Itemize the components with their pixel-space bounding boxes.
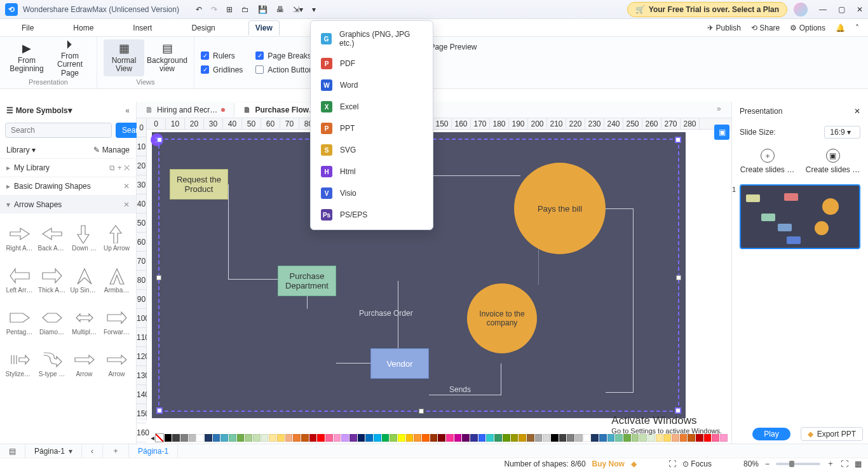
color-swatch[interactable] — [543, 434, 550, 442]
color-swatch[interactable] — [317, 434, 325, 442]
color-swatch[interactable] — [591, 434, 599, 442]
category-arrow-shapes[interactable]: ▾Arrow Shapes✕ — [0, 195, 136, 214]
color-swatch[interactable] — [688, 434, 695, 442]
color-swatch[interactable] — [382, 434, 390, 442]
page-tab-1[interactable]: Página-1 — [129, 445, 178, 458]
color-swatch[interactable] — [180, 434, 188, 442]
notifications-icon[interactable]: 🔔 — [836, 24, 845, 32]
slide-thumbnail[interactable]: 1 — [740, 184, 860, 249]
color-swatch[interactable] — [511, 434, 519, 442]
color-swatch[interactable] — [663, 434, 671, 442]
color-swatch[interactable] — [253, 434, 261, 442]
node-purchase-department[interactable]: Purchase Department — [278, 266, 336, 296]
color-swatch[interactable] — [189, 434, 196, 442]
panels-icon[interactable]: ▦ — [855, 459, 862, 468]
color-swatch[interactable] — [599, 434, 607, 442]
color-swatch[interactable] — [583, 434, 591, 442]
color-swatch[interactable] — [172, 434, 180, 442]
connector[interactable] — [606, 208, 634, 393]
collapse-panel-icon[interactable]: « — [125, 106, 130, 115]
rulers-checkbox[interactable]: Rulers — [201, 51, 243, 60]
page-breaks-checkbox[interactable]: Page Breaks — [255, 51, 316, 60]
color-swatch[interactable] — [229, 434, 236, 442]
node-request-product[interactable]: Request the Product — [170, 169, 228, 200]
node-vendor[interactable]: Vendor — [370, 348, 429, 379]
layers-icon[interactable]: ▤ — [0, 445, 25, 458]
from-beginning-button[interactable]: ▶From Beginning — [6, 39, 47, 76]
color-swatch[interactable] — [632, 434, 639, 442]
color-swatch[interactable] — [438, 434, 445, 442]
fullscreen-icon[interactable]: ⛶ — [841, 459, 848, 468]
color-swatch[interactable] — [390, 434, 397, 442]
export-ppt-button[interactable]: ◆Export PPT — [801, 427, 863, 441]
shape-item[interactable]: Forwar… — [101, 301, 132, 342]
library-dropdown[interactable]: Library ▾ — [6, 146, 36, 154]
ribbon-collapse-icon[interactable]: ˄ — [855, 24, 859, 32]
fit-icon[interactable]: ⛶ — [668, 459, 676, 468]
buy-now-link[interactable]: Buy Now — [592, 459, 625, 468]
color-swatch[interactable] — [575, 434, 583, 442]
slide-size-select[interactable]: 16:9 ▾ — [824, 126, 860, 139]
page-select-dropdown[interactable]: Página-1 ▾ — [25, 445, 82, 458]
manage-library-button[interactable]: ✎ Manage — [93, 146, 130, 154]
create-slides-2[interactable]: ▣Create slides … — [806, 149, 860, 174]
close-button[interactable]: ✕ — [857, 5, 863, 14]
new-icon[interactable]: ⊞ — [226, 5, 233, 14]
export-option[interactable]: PsPS/EPS — [311, 204, 433, 226]
shape-item[interactable]: Multipl… — [69, 301, 100, 342]
zoom-value[interactable]: 80% — [743, 459, 759, 468]
color-swatch[interactable] — [398, 434, 405, 442]
shape-item[interactable]: S-type … — [36, 343, 67, 384]
color-swatch[interactable] — [478, 434, 486, 442]
color-swatch[interactable] — [656, 434, 663, 442]
color-swatch[interactable] — [615, 434, 623, 442]
zoom-slider[interactable] — [776, 463, 820, 465]
color-swatch[interactable] — [374, 434, 381, 442]
no-color-swatch[interactable] — [155, 433, 164, 442]
color-swatch[interactable] — [696, 434, 703, 442]
tab-view[interactable]: View — [248, 20, 280, 36]
trial-banner[interactable]: 🛒 Your Free Trial is over. Select a Plan — [627, 2, 787, 17]
background-view-button[interactable]: ▤Background view — [147, 39, 187, 76]
shape-item[interactable]: Up Arrow — [101, 217, 132, 258]
shape-item[interactable]: Stylized… — [4, 343, 35, 384]
close-panel-icon[interactable]: ✕ — [854, 107, 860, 116]
export-option[interactable]: VVisio — [311, 182, 433, 204]
shape-item[interactable]: Up Sing… — [69, 259, 100, 300]
color-swatch[interactable] — [301, 434, 309, 442]
color-swatch[interactable] — [285, 434, 293, 442]
doctab-hiring[interactable]: 🗎 Hiring and Recr… — [137, 103, 234, 117]
shape-item[interactable]: Diamo… — [36, 301, 67, 342]
export-option[interactable]: GGraphics (PNG, JPG etc.) — [311, 25, 433, 53]
gridlines-checkbox[interactable]: Gridlines — [201, 65, 243, 74]
color-swatch[interactable] — [365, 434, 373, 442]
export-option[interactable]: XExcel — [311, 96, 433, 118]
color-swatch[interactable] — [559, 434, 567, 442]
color-swatch[interactable] — [341, 434, 349, 442]
color-swatch[interactable] — [462, 434, 470, 442]
color-swatch[interactable] — [639, 434, 647, 442]
color-swatch[interactable] — [334, 434, 341, 442]
color-swatch[interactable] — [648, 434, 655, 442]
color-swatch[interactable] — [309, 434, 317, 442]
zoom-out-button[interactable]: − — [765, 459, 770, 468]
more-icon[interactable]: ▾ — [312, 5, 316, 14]
shape-item[interactable]: Right A… — [4, 217, 35, 258]
color-swatch[interactable] — [349, 434, 357, 442]
color-swatch[interactable] — [205, 434, 212, 442]
symbol-search-input[interactable] — [5, 123, 112, 138]
shape-item[interactable]: Pentag… — [4, 301, 35, 342]
color-swatch[interactable] — [358, 434, 365, 442]
color-swatch[interactable] — [607, 434, 615, 442]
color-swatch[interactable] — [519, 434, 526, 442]
zoom-in-button[interactable]: ＋ — [827, 458, 834, 469]
color-swatch[interactable] — [406, 434, 414, 442]
focus-button[interactable]: ⊙ Focus — [682, 459, 712, 468]
expand-panel-icon[interactable]: » — [717, 104, 729, 117]
color-swatch[interactable] — [293, 434, 301, 442]
undo-icon[interactable]: ↶ — [196, 5, 202, 14]
connector[interactable] — [419, 175, 520, 176]
color-swatch[interactable] — [494, 434, 502, 442]
color-swatch[interactable] — [165, 434, 172, 442]
print-icon[interactable]: 🖶 — [276, 5, 284, 14]
